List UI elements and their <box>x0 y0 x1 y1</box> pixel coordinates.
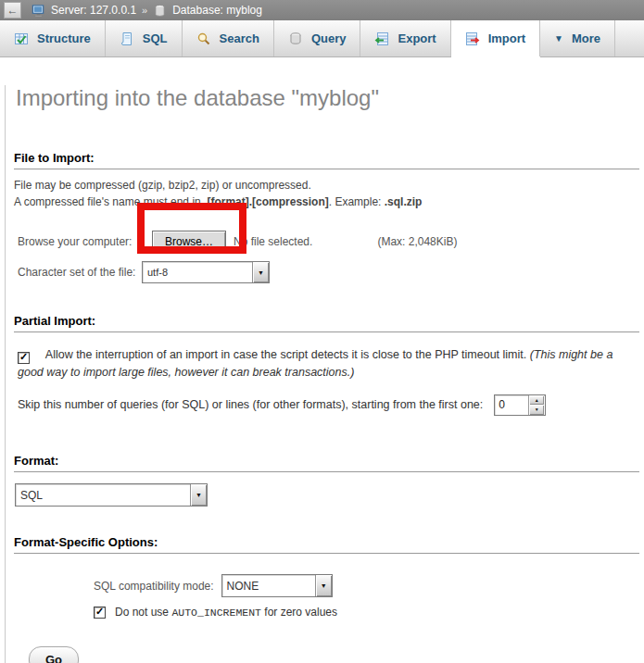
tab-bar: Structure SQL Search Query Export <box>0 20 644 57</box>
tab-query[interactable]: Query <box>274 20 361 56</box>
format-select[interactable]: SQL ▼ <box>15 483 208 507</box>
browse-label: Browse your computer: <box>18 235 152 248</box>
compression-line1: File may be compressed (gzip, bzip2, zip… <box>14 179 311 192</box>
search-icon <box>196 31 211 46</box>
no-file-selected-text: No file selected. <box>234 235 312 248</box>
breadcrumb-server[interactable]: Server: 127.0.0.1 <box>51 4 136 17</box>
charset-select[interactable]: utf-8 ▼ <box>142 261 270 283</box>
export-icon <box>374 31 389 46</box>
skip-queries-label: Skip this number of queries (for SQL) or… <box>18 398 483 411</box>
structure-icon <box>14 31 29 46</box>
auto-increment-text: Do not use AUTO_INCREMENT for zero value… <box>115 606 337 619</box>
tab-search[interactable]: Search <box>183 20 274 56</box>
dropdown-arrow-icon[interactable]: ▼ <box>315 575 332 596</box>
checkmark-icon: ✓ <box>19 352 28 362</box>
stepper-up-icon[interactable]: ▲ <box>529 395 544 406</box>
query-icon <box>288 31 303 46</box>
tab-import[interactable]: Import <box>451 20 540 56</box>
chevron-down-icon: ▼ <box>554 33 563 44</box>
tab-export[interactable]: Export <box>360 20 450 56</box>
browse-button[interactable]: Browse… <box>152 231 226 254</box>
file-to-import-heading: File to Import: <box>14 151 639 169</box>
sql-compat-label: SQL compatibility mode: <box>94 580 214 593</box>
auto-increment-checkbox[interactable]: ✓ <box>94 607 106 619</box>
breadcrumb-database[interactable]: Database: myblog <box>172 4 262 17</box>
format-selected-value: SQL <box>16 484 190 506</box>
file-upload-row: Browse your computer: Browse… No file se… <box>14 230 639 254</box>
sql-icon <box>120 31 134 46</box>
breadcrumb: Server: 127.0.0.1 » Database: myblog <box>32 4 262 18</box>
database-icon <box>153 4 167 18</box>
tab-label: SQL <box>143 31 168 45</box>
tab-label: Export <box>398 31 436 45</box>
charset-label: Character set of the file: <box>18 266 142 279</box>
sql-compat-row: SQL compatibility mode: NONE ▼ <box>14 574 639 597</box>
tab-label: More <box>572 31 600 45</box>
tab-more[interactable]: ▼ More <box>540 20 615 56</box>
format-heading: Format: <box>14 454 639 472</box>
main-content: Importing into the database "myblog" Fil… <box>5 85 644 663</box>
compression-line2-prefix: A compressed file's name must end in <box>14 195 204 208</box>
format-options-heading: Format-Specific Options: <box>14 535 639 554</box>
charset-row: Character set of the file: utf-8 ▼ <box>14 261 639 283</box>
checkmark-icon: ✓ <box>95 607 104 617</box>
sql-compat-selected-value: NONE <box>222 575 315 596</box>
skip-queries-row: Skip this number of queries (for SQL) or… <box>14 394 639 416</box>
tabbar-filler <box>615 20 644 56</box>
tab-label: Structure <box>37 31 91 45</box>
breadcrumb-separator: » <box>142 5 147 16</box>
tab-label: Search <box>220 31 259 45</box>
topbar: ← Server: 127.0.0.1 » Database: myblog <box>0 0 644 20</box>
tab-label: Import <box>488 31 525 45</box>
tab-sql[interactable]: SQL <box>106 20 183 56</box>
auto-increment-row: ✓ Do not use AUTO_INCREMENT for zero val… <box>14 606 639 619</box>
back-arrow-icon: ← <box>7 4 19 17</box>
skip-queries-stepper: ▲ ▼ <box>494 394 546 416</box>
auto-increment-code: AUTO_INCREMENT <box>171 607 261 619</box>
stepper-down-icon[interactable]: ▼ <box>529 405 544 415</box>
skip-queries-input[interactable] <box>495 395 528 415</box>
back-button[interactable]: ← <box>4 2 21 19</box>
allow-interruption-checkbox[interactable]: ✓ <box>18 352 30 364</box>
charset-selected-value: utf-8 <box>143 262 252 282</box>
dropdown-arrow-icon[interactable]: ▼ <box>252 262 269 282</box>
allow-interruption-row: ✓ Allow the interruption of an import in… <box>14 346 639 382</box>
server-monitor-icon <box>32 4 45 18</box>
max-upload-size: (Max: 2,048KiB) <box>377 235 457 248</box>
page-title: Importing into the database "myblog" <box>16 85 639 111</box>
submit-row: Go <box>14 646 639 663</box>
dropdown-arrow-icon[interactable]: ▼ <box>190 484 207 506</box>
tab-label: Query <box>311 31 347 45</box>
go-button[interactable]: Go <box>29 646 79 663</box>
tab-structure[interactable]: Structure <box>0 20 106 56</box>
sql-compat-select[interactable]: NONE ▼ <box>221 574 333 597</box>
allow-interruption-text: Allow the interruption of an import in c… <box>45 348 530 361</box>
compression-pattern: .[format].[compression] <box>204 195 329 208</box>
compression-line2-mid: . Example: <box>329 195 385 208</box>
import-icon <box>465 31 480 46</box>
compression-example: .sql.zip <box>385 195 423 208</box>
stepper-arrows: ▲ ▼ <box>528 395 544 415</box>
compression-info: File may be compressed (gzip, bzip2, zip… <box>14 177 639 210</box>
partial-import-heading: Partial Import: <box>14 314 639 332</box>
